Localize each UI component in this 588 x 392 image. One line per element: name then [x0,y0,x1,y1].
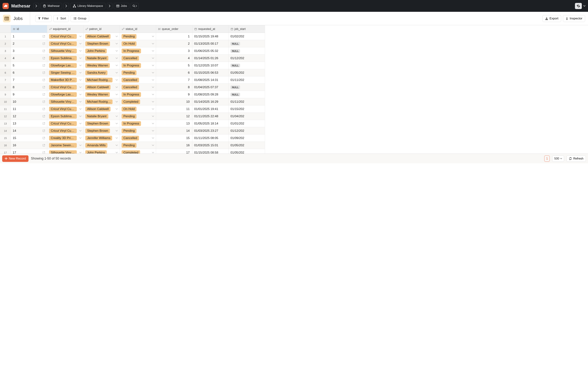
cell-status[interactable]: On Hold [120,106,156,113]
new-record-button[interactable]: New Record [2,155,28,162]
open-record-icon[interactable] [42,122,45,125]
chevron-down-icon[interactable] [152,123,154,124]
chip-equipment[interactable]: Silhouette Vinyl… [49,49,77,53]
row-number[interactable]: 13 [0,120,11,127]
cell-requested-at[interactable]: 01/01/2025 19:41 [192,106,229,113]
crumb-sep-3[interactable] [107,3,112,9]
row-number[interactable]: 17 [0,149,11,154]
open-record-icon[interactable] [42,78,45,81]
chip-patron[interactable]: Stephen Brown [85,121,110,126]
row-number[interactable]: 10 [0,98,11,106]
cell-job-start[interactable]: 01/12/202 [229,127,265,134]
row-number[interactable]: 1 [0,33,11,40]
chip-status[interactable]: Cancelled [122,85,139,90]
chevron-down-icon[interactable] [116,64,118,66]
crumb-sep-1[interactable] [34,3,39,9]
cell-queue-order[interactable]: 1 [156,33,192,40]
chip-status[interactable]: Pending [122,143,136,148]
cell-job-start[interactable]: 01/15/202 [229,106,265,113]
cell-queue-order[interactable]: 10 [156,98,192,106]
chevron-down-icon[interactable] [152,116,154,117]
cell-id[interactable]: 8 [11,84,47,91]
chip-patron[interactable]: John Perkins [85,49,107,53]
chevron-down-icon[interactable] [152,72,154,74]
cell-requested-at[interactable]: 01/08/2025 09:28 [192,91,229,98]
chip-equipment[interactable]: Cricut Vinyl Cut… [49,34,77,39]
chevron-down-icon[interactable] [79,116,82,117]
chevron-down-icon[interactable] [79,130,82,132]
cell-patron[interactable]: Amanda Mills [84,142,120,149]
chevron-down-icon[interactable] [116,94,118,96]
cell-requested-at[interactable]: 01/03/2025 15:01 [192,142,229,149]
cell-job-start[interactable]: NULL [229,84,265,91]
cell-equipment[interactable]: Creality 3D Prin… [47,134,84,142]
cell-requested-at[interactable]: 01/06/2025 05:32 [192,47,229,55]
cell-status[interactable]: Pending [120,69,156,76]
cell-job-start[interactable]: 01/12/202 [229,55,265,62]
cell-patron[interactable]: Wesley Warren [84,91,120,98]
chevron-down-icon[interactable] [152,130,154,132]
chevron-down-icon[interactable] [152,43,154,45]
cell-patron[interactable]: Allison Caldwell [84,33,120,40]
chevron-down-icon[interactable] [79,137,82,139]
cell-queue-order[interactable]: 5 [156,62,192,69]
cell-id[interactable]: 10 [11,98,47,106]
cell-patron[interactable]: Stephen Brown [84,40,120,47]
cell-patron[interactable]: Natalie Bryant [84,55,120,62]
chip-status[interactable]: In Progress [122,92,141,97]
chevron-down-icon[interactable] [152,57,154,59]
cell-requested-at[interactable]: 01/14/2025 01:26 [192,55,229,62]
chip-equipment[interactable]: Silhouette Vinyl… [49,100,77,104]
cell-patron[interactable]: John Perkins [84,47,120,55]
chip-status[interactable]: Completed [122,100,140,104]
chevron-down-icon[interactable] [79,43,82,45]
cell-patron[interactable]: Allison Caldwell [84,84,120,91]
chevron-down-icon[interactable] [79,86,82,88]
chevron-down-icon[interactable] [79,152,82,154]
open-record-icon[interactable] [42,144,45,147]
cell-status[interactable]: In Progress [120,62,156,69]
chip-equipment[interactable]: Cricut Vinyl Cut… [49,107,77,112]
open-record-icon[interactable] [42,50,45,52]
open-record-icon[interactable] [42,130,45,132]
cell-equipment[interactable]: MakerBot 3D Pr… [47,76,84,84]
filter-button[interactable]: Filter [35,15,52,22]
chip-equipment[interactable]: Singer Sewing … [49,70,76,75]
cell-id[interactable]: 17 [11,149,47,154]
cell-equipment[interactable]: Cricut Vinyl Cut… [47,84,84,91]
cell-equipment[interactable]: Glowforge Lase… [47,91,84,98]
crumb-sep-2[interactable] [64,3,69,9]
chip-equipment[interactable]: Glowforge Lase… [49,92,77,97]
cell-queue-order[interactable]: 9 [156,91,192,98]
chevron-down-icon[interactable] [79,50,82,52]
cell-id[interactable]: 11 [11,106,47,113]
chevron-down-icon[interactable] [116,130,118,132]
chevron-down-icon[interactable] [116,116,118,117]
chevron-down-icon[interactable] [79,108,82,110]
open-record-icon[interactable] [42,86,45,88]
cell-id[interactable]: 13 [11,120,47,127]
column-header-patron_id[interactable]: patron_id [84,25,120,33]
chevron-down-icon[interactable] [116,86,118,88]
cell-equipment[interactable]: Cricut Vinyl Cut… [47,40,84,47]
cell-patron[interactable]: Stephen Brown [84,127,120,134]
cell-queue-order[interactable]: 15 [156,134,192,142]
open-record-icon[interactable] [42,57,45,60]
cell-job-start[interactable]: 01/02/202 [229,33,265,40]
cell-patron[interactable]: John Perkins [84,149,120,154]
cell-equipment[interactable]: Singer Sewing … [47,69,84,76]
cell-queue-order[interactable]: 16 [156,142,192,149]
chip-status[interactable]: Cancelled [122,136,139,140]
chip-patron[interactable]: Allison Caldwell [85,107,110,112]
cell-job-start[interactable]: 01/05/202 [229,142,265,149]
chip-status[interactable]: On Hold [122,42,136,46]
cell-patron[interactable]: Allison Caldwell [84,106,120,113]
chip-patron[interactable]: Jennifer Williams [85,136,112,140]
chevron-down-icon[interactable] [152,152,154,154]
row-number[interactable]: 4 [0,55,11,62]
cell-id[interactable]: 6 [11,69,47,76]
row-number[interactable]: 15 [0,134,11,142]
chip-patron[interactable]: Allison Caldwell [85,85,110,90]
chevron-down-icon[interactable] [79,36,82,38]
cell-job-start[interactable]: 01/05/202 [229,149,265,154]
